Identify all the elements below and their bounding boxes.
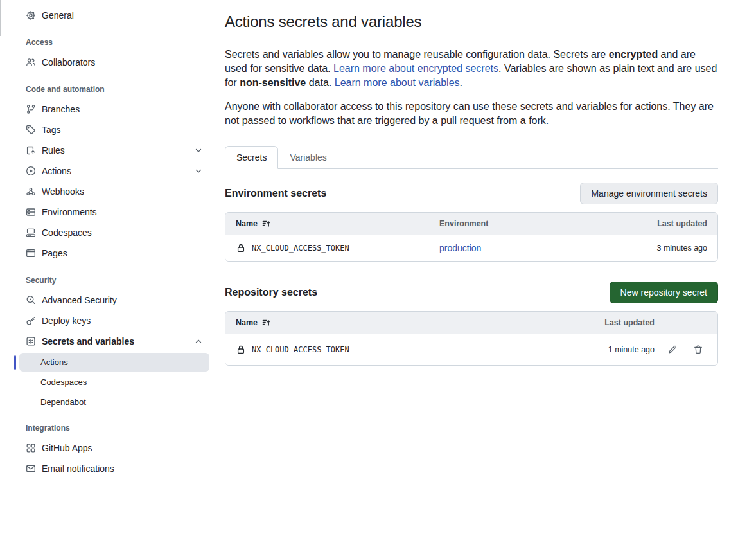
sidebar-item-label: Secrets and variables bbox=[42, 336, 134, 346]
sidebar-divider bbox=[15, 269, 215, 269]
intro-text-segment: . bbox=[460, 77, 462, 88]
environment-link[interactable]: production bbox=[439, 243, 481, 253]
sidebar-item-branches[interactable]: Branches bbox=[0, 99, 215, 120]
column-header-last-updated: Last updated bbox=[657, 219, 717, 228]
sidebar-item-label: Webhooks bbox=[42, 186, 84, 197]
sidebar-item-github-apps[interactable]: GitHub Apps bbox=[0, 438, 215, 458]
repository-secret-row: NX_CLOUD_ACCESS_TOKEN 1 minute ago bbox=[225, 334, 717, 365]
page-title: Actions secrets and variables bbox=[225, 13, 718, 31]
sidebar-item-label: Rules bbox=[42, 145, 65, 156]
manage-environment-secrets-button[interactable]: Manage environment secrets bbox=[580, 183, 718, 204]
sidebar-subitem-label: Dependabot bbox=[40, 397, 86, 407]
sidebar-item-codespaces[interactable]: Codespaces bbox=[0, 222, 215, 243]
repository-secrets-table: Name Last updated NX_CLOUD_ACCESS_TOKEN … bbox=[225, 311, 718, 366]
intro-bold-non-sensitive: non-sensitive bbox=[240, 77, 306, 88]
sidebar-item-label: Advanced Security bbox=[42, 295, 117, 305]
page-header: Actions secrets and variables bbox=[225, 13, 718, 37]
codescan-icon bbox=[26, 295, 36, 305]
codespaces-icon bbox=[26, 228, 36, 238]
last-updated-cell: 3 minutes ago bbox=[656, 244, 717, 253]
column-header-last-updated: Last updated bbox=[584, 318, 655, 327]
secrets-variables-tabs: Secrets Variables bbox=[225, 145, 718, 169]
sort-ascending-icon bbox=[262, 318, 271, 327]
sidebar-subitem-actions[interactable]: Actions bbox=[19, 353, 209, 372]
git-branch-icon bbox=[26, 104, 36, 114]
people-icon bbox=[26, 57, 36, 67]
chevron-down-icon bbox=[194, 146, 203, 155]
column-header-name[interactable]: Name bbox=[225, 318, 584, 327]
tab-variables[interactable]: Variables bbox=[278, 146, 338, 169]
sidebar-item-environments[interactable]: Environments bbox=[0, 202, 215, 222]
delete-secret-button[interactable] bbox=[693, 345, 703, 355]
column-header-label: Name bbox=[236, 219, 258, 228]
column-header-label: Name bbox=[236, 318, 258, 327]
environment-secrets-header: Environment secrets Manage environment s… bbox=[225, 183, 718, 204]
sidebar-item-label: Codespaces bbox=[42, 228, 92, 238]
settings-sidebar: General Access Collaborators Code and au… bbox=[0, 0, 215, 479]
intro-text-segment: Secrets and variables allow you to manag… bbox=[225, 49, 609, 60]
sidebar-item-label: Branches bbox=[42, 104, 80, 114]
sort-ascending-icon bbox=[262, 219, 271, 228]
sidebar-item-email-notifications[interactable]: Email notifications bbox=[0, 458, 215, 479]
lock-icon bbox=[236, 345, 246, 355]
column-header-environment: Environment bbox=[439, 219, 657, 228]
sidebar-item-label: Tags bbox=[42, 125, 61, 135]
tab-secrets[interactable]: Secrets bbox=[225, 146, 278, 169]
sidebar-section-code-automation: Code and automation bbox=[0, 85, 215, 94]
column-header-name[interactable]: Name bbox=[225, 219, 439, 228]
sidebar-item-label: General bbox=[42, 10, 74, 21]
sidebar-divider bbox=[15, 78, 215, 78]
sidebar-subitem-codespaces[interactable]: Codespaces bbox=[19, 373, 209, 391]
chevron-up-icon bbox=[194, 337, 203, 346]
sidebar-subitem-dependabot[interactable]: Dependabot bbox=[19, 393, 209, 411]
sidebar-section-integrations: Integrations bbox=[0, 424, 215, 433]
rules-icon bbox=[26, 145, 36, 156]
play-circle-icon bbox=[26, 166, 36, 176]
edit-secret-button[interactable] bbox=[667, 345, 678, 355]
key-icon bbox=[26, 316, 36, 326]
main-content: Actions secrets and variables Secrets an… bbox=[225, 0, 718, 366]
lock-icon bbox=[236, 243, 246, 253]
intro-paragraph-1: Secrets and variables allow you to manag… bbox=[225, 48, 718, 90]
environment-cell: production bbox=[439, 242, 656, 254]
last-updated-cell: 1 minute ago bbox=[584, 345, 655, 354]
repository-secrets-header: Repository secrets New repository secret bbox=[225, 282, 718, 303]
tag-icon bbox=[26, 125, 36, 135]
link-learn-encrypted-secrets[interactable]: Learn more about encrypted secrets bbox=[333, 63, 498, 74]
trash-icon bbox=[693, 345, 703, 355]
intro-paragraph-2: Anyone with collaborator access to this … bbox=[225, 100, 718, 128]
sidebar-item-collaborators[interactable]: Collaborators bbox=[0, 52, 215, 73]
sidebar-item-webhooks[interactable]: Webhooks bbox=[0, 181, 215, 202]
chevron-down-icon bbox=[194, 166, 203, 175]
sidebar-item-secrets-and-variables[interactable]: Secrets and variables bbox=[0, 331, 215, 352]
pencil-icon bbox=[667, 345, 678, 355]
sidebar-item-label: Collaborators bbox=[42, 57, 95, 67]
sidebar-subitem-label: Codespaces bbox=[40, 377, 87, 387]
row-actions bbox=[655, 345, 717, 355]
browser-icon bbox=[26, 248, 36, 258]
sidebar-item-deploy-keys[interactable]: Deploy keys bbox=[0, 310, 215, 331]
sidebar-section-access: Access bbox=[0, 38, 215, 47]
environment-secrets-heading: Environment secrets bbox=[225, 188, 326, 199]
server-icon bbox=[26, 207, 36, 217]
environment-secrets-table: Name Environment Last updated NX_CLOUD_A… bbox=[225, 212, 718, 262]
link-learn-variables[interactable]: Learn more about variables bbox=[335, 77, 460, 88]
new-repository-secret-button[interactable]: New repository secret bbox=[610, 282, 718, 303]
secret-name-cell: NX_CLOUD_ACCESS_TOKEN bbox=[225, 345, 584, 355]
gear-icon bbox=[26, 10, 36, 21]
intro-text: Secrets and variables allow you to manag… bbox=[225, 48, 718, 128]
sidebar-item-pages[interactable]: Pages bbox=[0, 243, 215, 264]
sidebar-item-tags[interactable]: Tags bbox=[0, 120, 215, 140]
sidebar-item-label: Actions bbox=[42, 166, 71, 176]
secret-name: NX_CLOUD_ACCESS_TOKEN bbox=[252, 244, 349, 253]
secret-name: NX_CLOUD_ACCESS_TOKEN bbox=[252, 345, 349, 354]
environment-secret-row: NX_CLOUD_ACCESS_TOKEN production 3 minut… bbox=[225, 235, 717, 261]
sidebar-item-actions[interactable]: Actions bbox=[0, 161, 215, 181]
webhook-icon bbox=[26, 186, 36, 197]
intro-bold-encrypted: encrypted bbox=[609, 49, 658, 60]
sidebar-item-rules[interactable]: Rules bbox=[0, 140, 215, 161]
sidebar-item-general[interactable]: General bbox=[0, 5, 215, 26]
sidebar-item-advanced-security[interactable]: Advanced Security bbox=[0, 290, 215, 310]
sidebar-divider bbox=[15, 31, 215, 31]
sidebar-item-label: GitHub Apps bbox=[42, 443, 92, 453]
